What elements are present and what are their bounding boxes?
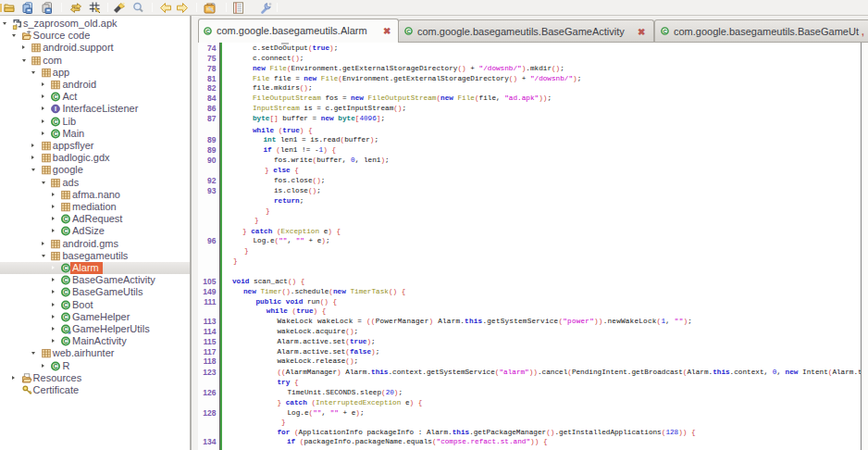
svg-text:C: C (54, 119, 58, 125)
svg-text:I: I (55, 106, 56, 112)
svg-text:C: C (406, 29, 411, 34)
svg-text:C: C (64, 302, 68, 308)
svg-text:C: C (64, 265, 68, 271)
svg-text:C: C (64, 216, 68, 222)
svg-text:C: C (64, 289, 68, 295)
svg-text:C: C (54, 131, 58, 137)
svg-text:C: C (64, 326, 68, 332)
svg-text:C: C (64, 228, 68, 234)
svg-text:C: C (54, 363, 58, 369)
svg-text:C: C (205, 28, 210, 33)
svg-text:C: C (64, 314, 68, 320)
svg-text:C: C (54, 94, 58, 100)
svg-text:C: C (64, 338, 68, 344)
svg-text:C: C (64, 277, 68, 283)
svg-text:C: C (663, 29, 667, 34)
